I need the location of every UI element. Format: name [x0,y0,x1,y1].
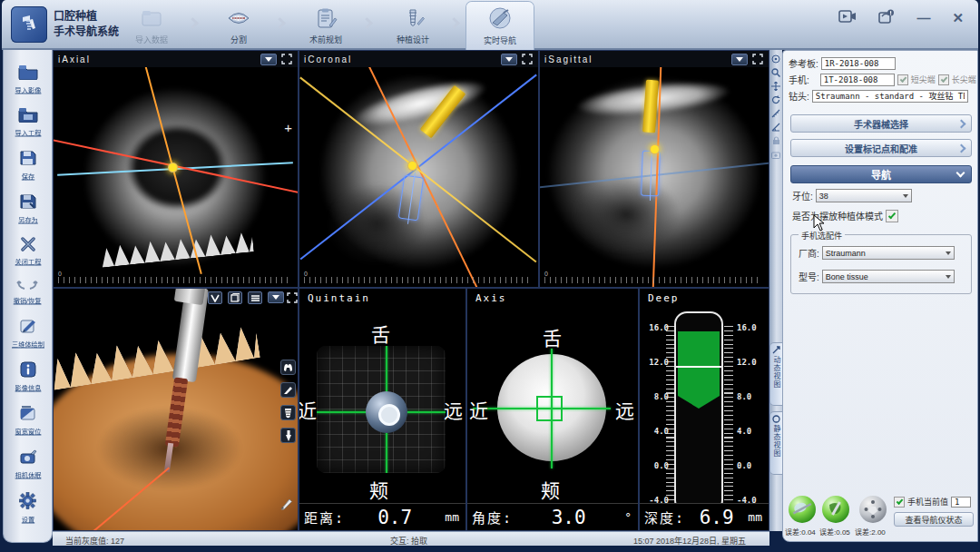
camera-error-value: 误差:2.00 [855,527,886,537]
sidebar-item-volume-render[interactable]: 三维体绘制 [10,318,46,349]
tooth-position-select[interactable]: 38 [816,189,912,202]
viewport-menu-icon[interactable] [268,291,284,303]
rotate-icon[interactable] [770,94,781,105]
step-realtime-navigation[interactable]: 实时导航 [466,2,534,50]
model-select[interactable]: Bone tissue [822,270,955,283]
sidebar-item-import-image[interactable]: 导入影像 [14,64,43,94]
window-level-icon [19,405,37,425]
zoom-icon[interactable] [770,67,781,78]
ruler [544,277,761,283]
navigator-status-button[interactable]: 查看导航仪状态 [894,512,974,527]
tab-static-view[interactable]: 静态视图 [769,411,782,475]
viewport-menu-icon[interactable] [260,54,277,65]
chevron-separator-icon [187,17,199,29]
viewport-expand-icon[interactable] [751,54,764,65]
sagittal-ct-canvas[interactable]: 0 [540,67,769,287]
pen-tool-icon[interactable] [279,496,294,511]
sidebar-item-window-level[interactable]: 窗宽窗位 [14,405,43,436]
deep-tick-label: 4.0 [642,427,669,436]
pan-handle-icon[interactable]: + [284,120,292,135]
handpiece-input[interactable] [820,74,895,86]
sidebar-item-camera-sleep[interactable]: 相机休眠 [14,448,43,479]
tab-dynamic-view[interactable]: 动态视图 [769,342,782,406]
sidebar-item-save[interactable]: 保存 [20,150,36,181]
sidebar-item-undo-redo[interactable]: 撤销/恢复 [12,278,43,305]
show-teeth-icon[interactable] [280,360,296,375]
chevron-down-icon [956,169,965,178]
layers-icon[interactable] [248,291,262,304]
depth-unit: mm [748,510,762,524]
registration-button[interactable]: 设置标记点和配准 [790,139,972,157]
long-tip-checkbox[interactable] [938,74,949,85]
ruler [304,277,531,283]
folder-project-icon [18,107,38,126]
depth-gauge [674,311,723,513]
viewport-expand-icon[interactable] [521,54,534,65]
distance-value: 0.7 [345,507,445,528]
step-segmentation[interactable]: 分割 [205,5,272,47]
target-point [408,162,416,170]
snapshot-icon[interactable] [770,149,781,160]
accessories-group-label: 手机选配件 [799,230,845,242]
deep-ticks-right [724,326,733,504]
short-tip-checkbox[interactable] [897,74,908,85]
viewport-axial[interactable]: iAxial + 0 [53,50,299,288]
lock-icon[interactable] [770,135,781,146]
step-import-data[interactable]: 导入数据 [118,5,185,47]
placement-mode-checkbox[interactable] [886,210,898,222]
handpiece-current-checkbox[interactable] [894,497,905,508]
sidebar-item-import-project[interactable]: 导入工程 [14,107,43,137]
gear-icon [19,492,36,513]
show-implant-icon[interactable] [280,405,296,420]
depth-fill-arrow [678,396,720,409]
viewport-expand-icon[interactable] [286,291,299,303]
measure-icon[interactable] [770,108,781,119]
ruler-zero-label: 0 [544,271,548,277]
viewport-menu-icon[interactable] [731,54,748,65]
vendor-select[interactable]: Straumann [822,246,955,260]
capture-export-icon[interactable] [878,9,895,27]
reference-plate-label: 参考板: [789,56,818,70]
axis-title: Axis [475,292,507,304]
instrument-select-button[interactable]: 手术器械选择 [790,114,972,133]
depth-fill [678,331,720,396]
segmentation-icon [226,7,251,33]
sidebar-item-save-as[interactable]: 另存为 [17,193,39,224]
gray-value-status: 当前灰度值: 127 [65,535,124,547]
viewport-3d[interactable] [53,288,299,531]
status-bar: 当前灰度值: 127 交互: 拾取 15:07 2018年12月28日, 星期五 [53,531,769,546]
chevron-separator-icon [448,17,460,29]
deep-title: Deep [648,292,680,304]
target-icon[interactable] [770,54,781,64]
viewport-sagittal[interactable]: iSagittal 0 [539,50,769,288]
handpiece-collar [174,288,205,305]
direction-label-lingual: 舌 [543,323,562,350]
step-preop-planning[interactable]: 术前规划 [292,5,359,47]
viewport-coronal[interactable]: iCoronal 0 [299,50,539,288]
viewport-menu-icon[interactable] [501,54,517,65]
navigation-section-header[interactable]: 导航 [790,165,972,183]
handpiece-current-input[interactable] [951,497,971,508]
orientation-widget-icon[interactable] [208,291,222,304]
pan-icon[interactable] [770,81,781,92]
axis-target-square [536,396,563,421]
viewport-expand-icon[interactable] [280,54,293,65]
axial-ct-canvas[interactable]: + 0 [54,67,298,287]
sidebar-item-settings[interactable]: 设置 [19,492,36,524]
reference-plate-input[interactable] [821,57,896,70]
record-video-icon[interactable] [838,10,857,26]
cube-view-icon[interactable] [228,291,242,304]
coronal-ct-canvas[interactable]: 0 [299,67,538,287]
implant-outline [641,151,661,197]
sidebar-item-image-info[interactable]: 影像信息 [14,361,43,392]
angle-icon[interactable] [770,122,781,133]
window-controls: — ✕ [838,9,964,27]
minimize-button[interactable]: — [916,10,930,26]
show-bur-icon[interactable] [280,428,296,443]
step-implant-design[interactable]: 种植设计 [379,5,446,47]
sidebar-item-close-project[interactable]: 关闭工程 [14,237,43,266]
drill-input[interactable] [812,90,968,103]
close-button[interactable]: ✕ [952,10,964,26]
model-label: 型号: [799,270,819,283]
show-blade-icon[interactable] [280,382,296,398]
